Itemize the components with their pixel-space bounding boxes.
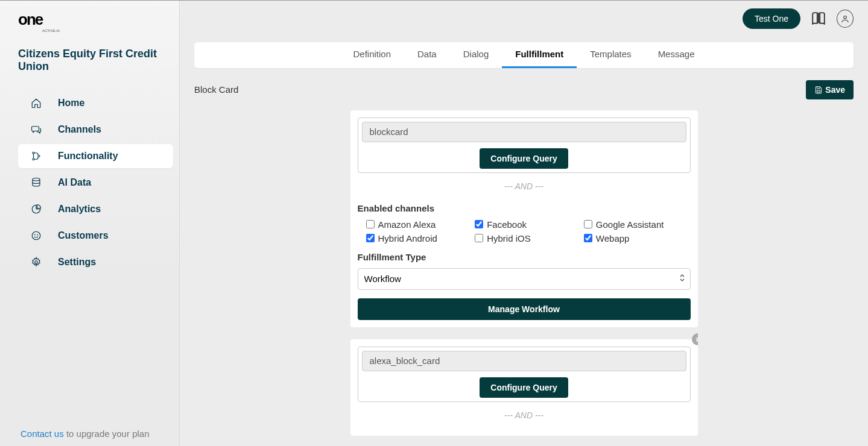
query-input[interactable]	[362, 122, 686, 142]
sidebar-item-analytics[interactable]: Analytics	[18, 197, 173, 221]
fulfillment-type-label: Fulfillment Type	[358, 252, 691, 262]
sidebar-nav: Home Channels Functionality AI Data	[0, 84, 179, 277]
svg-point-8	[37, 234, 38, 235]
and-separator: --- AND ---	[358, 402, 691, 429]
channel-webapp[interactable]: Webapp	[584, 233, 691, 243]
sidebar-item-label: Settings	[58, 257, 96, 268]
svg-point-11	[844, 16, 847, 19]
home-icon	[30, 97, 42, 109]
content-column: Configure Query --- AND --- Enabled chan…	[350, 104, 698, 446]
fulfillment-type-select[interactable]: Workflow	[364, 274, 684, 284]
channel-google-assistant[interactable]: Google Assistant	[584, 219, 691, 230]
sidebar-item-label: Customers	[58, 230, 109, 241]
close-icon[interactable]: x	[692, 333, 698, 345]
fulfillment-card: x Configure Query --- AND ---	[350, 339, 698, 436]
channel-label: Hybrid iOS	[487, 233, 531, 243]
svg-point-7	[34, 234, 35, 235]
channel-label: Hybrid Android	[378, 233, 437, 243]
sidebar-item-label: Functionality	[58, 151, 118, 162]
fulfillment-card: Configure Query --- AND --- Enabled chan…	[350, 110, 698, 327]
gear-icon	[30, 256, 42, 268]
svg-text:one: one	[18, 11, 43, 28]
svg-point-6	[32, 231, 40, 240]
svg-point-5	[33, 178, 40, 181]
upgrade-text: to upgrade your plan	[64, 429, 150, 439]
sidebar-item-functionality[interactable]: Functionality	[18, 144, 173, 168]
test-one-button[interactable]: Test One	[743, 8, 800, 29]
channel-checkbox[interactable]	[475, 234, 483, 242]
channel-label: Google Assistant	[596, 219, 664, 230]
sidebar-item-label: Channels	[58, 124, 101, 135]
channel-hybrid-android[interactable]: Hybrid Android	[366, 233, 473, 243]
channel-label: Facebook	[487, 219, 527, 230]
sidebar-item-settings[interactable]: Settings	[18, 250, 173, 274]
query-box: Configure Query	[358, 347, 691, 402]
sidebar-item-home[interactable]: Home	[18, 91, 173, 115]
channel-checkbox[interactable]	[584, 220, 592, 228]
tab-definition[interactable]: Definition	[340, 42, 404, 68]
docs-icon[interactable]	[810, 10, 827, 27]
brand-logo: one ACTIVE.AI	[0, 1, 179, 40]
flow-icon	[30, 150, 42, 162]
smile-icon	[30, 230, 42, 242]
chat-icon	[30, 124, 42, 136]
channel-label: Amazon Alexa	[378, 219, 436, 230]
sidebar-item-customers[interactable]: Customers	[18, 224, 173, 248]
channel-checkbox[interactable]	[584, 234, 592, 242]
page-head: Block Card Save	[194, 80, 854, 99]
sidebar-item-aidata[interactable]: AI Data	[18, 171, 173, 195]
upgrade-message: Contact us to upgrade your plan	[21, 429, 150, 439]
sidebar-item-label: Analytics	[58, 204, 101, 215]
sidebar-item-label: AI Data	[58, 177, 91, 188]
channel-checkbox[interactable]	[475, 220, 483, 228]
topbar: Test One	[180, 1, 868, 37]
configure-query-button[interactable]: Configure Query	[480, 377, 568, 398]
svg-rect-12	[817, 90, 820, 92]
page-title: Block Card	[194, 84, 238, 95]
tab-templates[interactable]: Templates	[577, 42, 644, 68]
sidebar-item-channels[interactable]: Channels	[18, 118, 173, 142]
channels-grid: Amazon Alexa Facebook Google Assistant H…	[358, 219, 691, 243]
tab-message[interactable]: Message	[645, 42, 708, 68]
save-icon	[814, 86, 823, 94]
database-icon	[30, 177, 42, 189]
manage-workflow-button[interactable]: Manage Workflow	[358, 298, 691, 320]
main-region: Test One Definition Data Dialog Fullfill…	[180, 1, 868, 446]
query-input[interactable]	[362, 351, 686, 371]
save-label: Save	[825, 85, 845, 95]
channel-label: Webapp	[596, 233, 630, 243]
sidebar-item-label: Home	[58, 98, 84, 108]
channel-checkbox[interactable]	[366, 220, 375, 228]
fulfillment-type-select-wrap: Workflow	[358, 268, 691, 290]
channel-hybrid-ios[interactable]: Hybrid iOS	[475, 233, 581, 243]
tabs-bar: Definition Data Dialog Fullfillment Temp…	[194, 42, 854, 68]
and-separator: --- AND ---	[358, 173, 691, 199]
svg-text:ACTIVE.AI: ACTIVE.AI	[42, 29, 60, 33]
svg-point-9	[35, 261, 38, 264]
enabled-channels-label: Enabled channels	[358, 203, 691, 213]
save-button[interactable]: Save	[806, 80, 854, 99]
channel-amazon-alexa[interactable]: Amazon Alexa	[366, 219, 473, 230]
channel-facebook[interactable]: Facebook	[475, 219, 581, 230]
org-title: Citizens Equity First Credit Union	[0, 40, 179, 84]
svg-point-3	[33, 159, 34, 160]
contact-link[interactable]: Contact us	[21, 429, 64, 439]
sidebar: one ACTIVE.AI Citizens Equity First Cred…	[0, 1, 180, 446]
tab-fulfillment[interactable]: Fullfillment	[502, 42, 577, 68]
configure-query-button[interactable]: Configure Query	[480, 148, 568, 169]
channel-checkbox[interactable]	[366, 234, 375, 242]
svg-point-2	[33, 152, 34, 154]
pie-icon	[30, 203, 42, 215]
svg-point-4	[38, 155, 40, 157]
tab-data[interactable]: Data	[404, 42, 450, 68]
avatar-icon	[837, 10, 854, 28]
profile-menu[interactable]	[837, 10, 854, 27]
tab-dialog[interactable]: Dialog	[450, 42, 502, 68]
query-box: Configure Query	[358, 118, 691, 173]
